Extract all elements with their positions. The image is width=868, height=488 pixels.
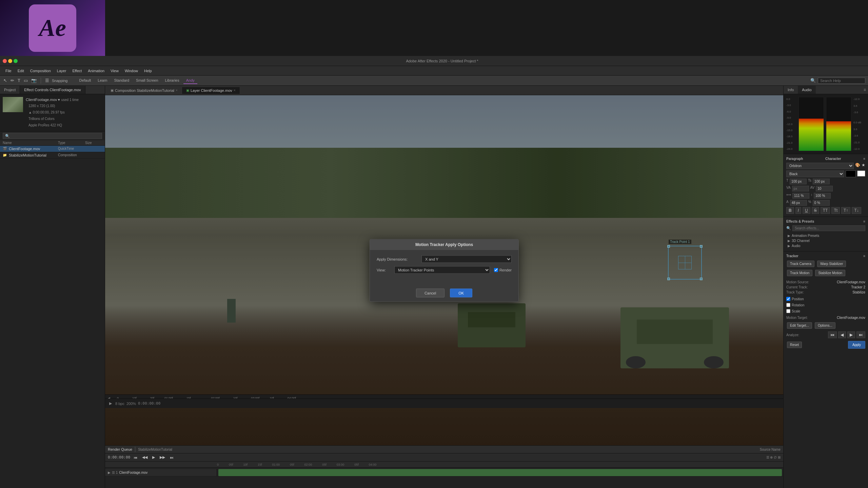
font-family-select[interactable]: Orbitron [786, 163, 854, 169]
project-dropdown[interactable]: ClientFootage.mov ▾ used 1 time [26, 97, 79, 103]
small-caps-button[interactable]: Tt [831, 207, 840, 214]
reset-button[interactable]: Reset [787, 342, 802, 348]
motion-target-val: ClientFootage.mov [837, 316, 865, 320]
panel-menu-btn[interactable]: ≡ [862, 86, 868, 94]
baseline-row: A % [786, 200, 865, 206]
shape-tool[interactable]: ▭ [23, 77, 28, 84]
panel-settings-icon[interactable]: ≡ [863, 157, 865, 161]
workspace-default[interactable]: Default [76, 77, 94, 84]
text-tool[interactable]: T [17, 77, 21, 84]
comp-tab-close-1[interactable]: × [234, 88, 236, 92]
workspace-andy[interactable]: Andy [183, 77, 197, 84]
comp-tab-layer[interactable]: ▣ Layer ClientFootage.mov × [182, 87, 240, 94]
all-caps-button[interactable]: TT [821, 207, 830, 214]
menu-help[interactable]: Help [141, 68, 155, 74]
av-input[interactable] [816, 186, 833, 191]
bold-button[interactable]: B [786, 207, 794, 214]
traffic-light-yellow[interactable] [8, 59, 12, 63]
ok-button[interactable]: OK [450, 288, 472, 297]
vert-label: ↕ [811, 193, 812, 199]
project-item-footage[interactable]: 🎬 ClientFootage.mov QuickTime [0, 146, 105, 152]
workspace-learn[interactable]: Learn [95, 77, 110, 84]
menu-edit[interactable]: Edit [15, 68, 27, 74]
render-checkbox[interactable] [494, 268, 498, 272]
project-item-comp[interactable]: 📁 StabilizeMotionTutorial Composition [0, 152, 105, 159]
cancel-button[interactable]: Cancel [416, 288, 445, 297]
effects-label: Effects & Presets [786, 220, 814, 223]
snapping-toggle[interactable]: ☰ [44, 77, 50, 84]
scale-checkbox[interactable] [786, 309, 790, 313]
comp-name: StabilizeMotionTutorial [9, 153, 58, 157]
effects-search-input[interactable] [792, 225, 865, 231]
track-camera-button[interactable]: Track Camera [787, 261, 814, 267]
tl-first-button[interactable]: ⏮ [132, 455, 139, 460]
tab-audio[interactable]: Audio [798, 86, 815, 94]
camera-tool[interactable]: 📷 [31, 77, 37, 84]
analyze-play-button[interactable]: ▶ [847, 331, 855, 338]
analyze-last-button[interactable]: ⏭ [856, 331, 865, 338]
va-input[interactable] [792, 186, 809, 191]
traffic-light-green[interactable] [14, 59, 18, 63]
track-expand[interactable]: ▶ [108, 471, 111, 474]
menu-window[interactable]: Window [122, 68, 141, 74]
analyze-back-button[interactable]: ◀ [838, 331, 846, 338]
tl-play-button[interactable]: ▶ [151, 454, 156, 460]
tl-last-button[interactable]: ⏭ [169, 455, 175, 460]
menu-effect[interactable]: Effect [70, 68, 84, 74]
menu-view[interactable]: View [108, 68, 121, 74]
baseline-shift-input[interactable] [813, 200, 830, 206]
apply-dimensions-select[interactable]: X and Y X only Y only [421, 255, 512, 263]
search-input[interactable] [818, 78, 865, 84]
tab-project[interactable]: Project [0, 86, 20, 94]
font-size-input[interactable] [790, 179, 807, 184]
view-select[interactable]: Motion Tracker Points Wireframe None [394, 266, 490, 273]
tracker-menu-icon[interactable]: ≡ [863, 254, 865, 258]
menu-layer[interactable]: Layer [54, 68, 69, 74]
vert-scale-input[interactable] [814, 193, 831, 199]
sub-button[interactable]: T↓ [852, 207, 861, 214]
comp-tab-stabilize[interactable]: ▣ Composition StabilizeMotionTutorial × [106, 87, 182, 94]
viewer-area[interactable]: Track Point 1 [105, 95, 783, 445]
track-motion-button[interactable]: Track Motion [787, 270, 812, 276]
tab-info[interactable]: Info [784, 86, 798, 94]
comp-tab-close-0[interactable]: × [176, 88, 178, 92]
effects-item-audio[interactable]: ▶ Audio [786, 243, 865, 248]
super-button[interactable]: T↑ [841, 207, 850, 214]
effects-item-animation[interactable]: ▶ Animation Presets [786, 233, 865, 238]
underline-button[interactable]: U [803, 207, 810, 214]
menu-file[interactable]: File [3, 68, 14, 74]
font-color-select[interactable]: Black White Red [786, 170, 844, 177]
effects-item-3d[interactable]: ▶ 3D Channel [786, 238, 865, 243]
horiz-scale-input[interactable] [792, 193, 809, 199]
menu-composition[interactable]: Composition [27, 68, 54, 74]
traffic-light-red[interactable] [3, 59, 7, 63]
tl-prev-button[interactable]: ◀◀ [141, 454, 149, 460]
menu-animation[interactable]: Animation [85, 68, 107, 74]
edit-target-button[interactable]: Edit Target... [787, 322, 812, 329]
vu-label-21: -21.0 [786, 141, 796, 144]
warp-stabilizer-button[interactable]: Warp Stabilizer [817, 261, 846, 267]
position-checkbox[interactable] [786, 297, 790, 301]
effects-menu-icon[interactable]: ≡ [863, 220, 865, 223]
meta-codec: Apple ProRes 422 HQ [26, 122, 79, 128]
tab-effect-controls[interactable]: Effect Controls ClientFootage.mov [20, 86, 85, 94]
project-search-input[interactable] [3, 133, 102, 139]
stabilize-motion-button[interactable]: Stabilize Motion [815, 270, 845, 276]
baseline-input[interactable] [790, 200, 807, 206]
strikethrough-button[interactable]: S [812, 207, 819, 214]
color-swatch-bg[interactable] [857, 170, 865, 177]
pen-tool[interactable]: ✏ [10, 77, 15, 84]
workspace-small-screen[interactable]: Small Screen [133, 77, 161, 84]
options-button[interactable]: Options... [815, 322, 835, 329]
analyze-first-button[interactable]: ⏮ [828, 331, 837, 338]
italic-button[interactable]: I [795, 207, 801, 214]
workspace-standard[interactable]: Standard [111, 77, 132, 84]
rotation-checkbox[interactable] [786, 303, 790, 307]
select-tool[interactable]: ↖ [3, 77, 8, 84]
apply-button[interactable]: Apply [848, 341, 865, 349]
view-label: View: [377, 268, 390, 272]
workspace-libraries[interactable]: Libraries [162, 77, 182, 84]
color-swatch-fg[interactable] [846, 170, 856, 177]
tl-next-button[interactable]: ▶▶ [158, 454, 166, 460]
font-size-2-input[interactable] [813, 179, 830, 184]
